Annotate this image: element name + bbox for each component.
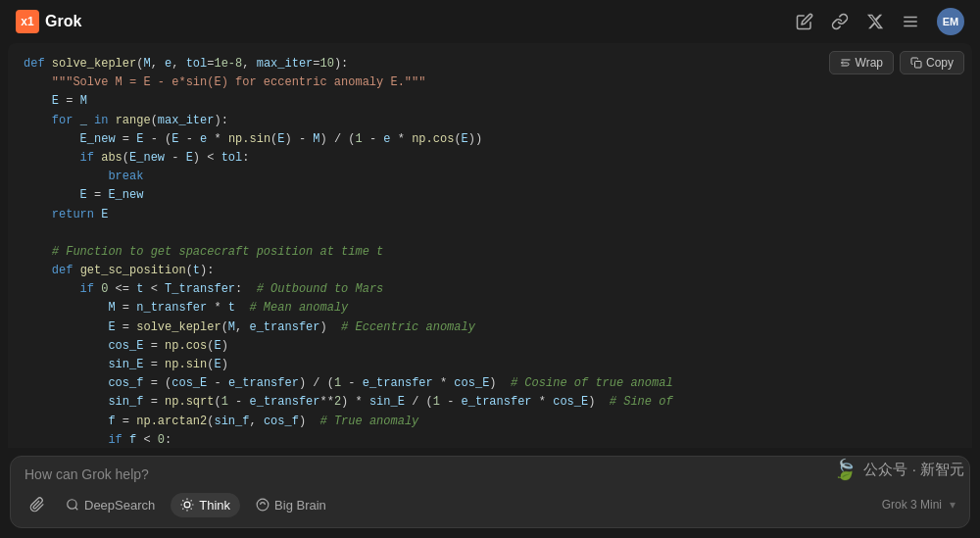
- edit-icon[interactable]: [796, 13, 813, 30]
- svg-rect-3: [914, 62, 921, 69]
- wechat-icon: 🍃: [833, 458, 858, 481]
- svg-point-4: [68, 500, 76, 509]
- think-button[interactable]: Think: [171, 493, 240, 517]
- model-chevron-icon[interactable]: ▾: [950, 498, 956, 512]
- watermark-text: 公众号 · 新智元: [863, 461, 964, 479]
- svg-point-5: [184, 502, 190, 508]
- user-avatar[interactable]: EM: [937, 8, 964, 35]
- deepsearch-button[interactable]: DeepSearch: [56, 493, 165, 517]
- model-name-label: Grok 3 Mini: [882, 498, 942, 512]
- copy-button[interactable]: Copy: [900, 51, 964, 74]
- input-actions-left: DeepSearch Think Big Brain: [24, 492, 336, 517]
- topbar-left: x1 Grok: [16, 10, 81, 33]
- copy-label: Copy: [926, 56, 954, 70]
- deepsearch-label: DeepSearch: [84, 498, 155, 513]
- topbar: x1 Grok: [0, 0, 980, 43]
- wrap-button[interactable]: Wrap: [829, 51, 894, 74]
- think-label: Think: [199, 498, 230, 513]
- logo-icon: x1: [16, 10, 39, 33]
- wrap-label: Wrap: [856, 56, 883, 70]
- input-actions-right: Grok 3 Mini ▾: [882, 498, 956, 512]
- link-icon[interactable]: [831, 13, 849, 30]
- attach-button[interactable]: [24, 492, 50, 517]
- bigbrain-button[interactable]: Big Brain: [246, 493, 336, 517]
- bigbrain-label: Big Brain: [274, 498, 326, 513]
- app-name: Grok: [45, 13, 81, 30]
- input-placeholder: How can Grok help?: [24, 466, 956, 482]
- x-icon[interactable]: [866, 13, 884, 30]
- code-block: def solve_kepler(M, e, tol=1e-8, max_ite…: [8, 43, 972, 484]
- watermark: 🍃 公众号 · 新智元: [833, 458, 964, 481]
- input-actions: DeepSearch Think Big Brain: [24, 492, 956, 517]
- app-logo: x1 Grok: [16, 10, 81, 33]
- input-box[interactable]: How can Grok help? DeepSearch: [10, 456, 970, 528]
- code-container: Wrap Copy def solve_kepler(M, e, tol=1e-…: [8, 43, 972, 484]
- menu-icon[interactable]: [902, 13, 919, 30]
- code-toolbar: Wrap Copy: [829, 51, 964, 74]
- topbar-right: EM: [796, 8, 964, 35]
